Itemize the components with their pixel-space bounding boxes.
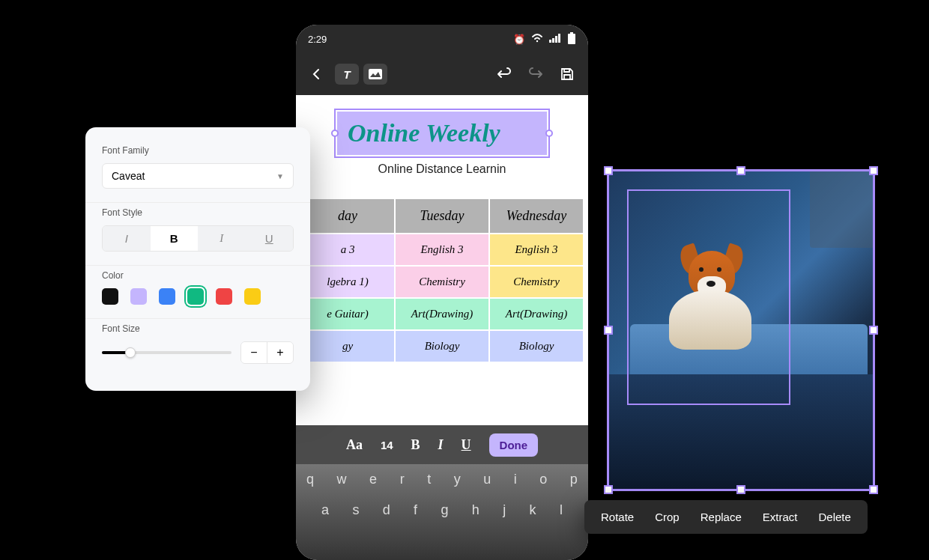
key[interactable]: e — [369, 472, 377, 487]
table-cell[interactable]: e Guitar) — [300, 298, 395, 330]
table-cell[interactable]: gy — [300, 330, 395, 362]
font-size-slider[interactable] — [102, 351, 232, 354]
color-label: Color — [102, 270, 294, 281]
key[interactable]: w — [337, 472, 347, 487]
text-tool-button[interactable]: T — [335, 64, 359, 85]
cropped-image — [609, 171, 873, 489]
image-tool-button[interactable] — [363, 64, 387, 85]
selection-handle-left[interactable] — [331, 130, 339, 137]
table-cell[interactable]: Biology — [489, 330, 584, 362]
font-style-label: Font Style — [102, 207, 294, 218]
table-cell[interactable]: Art(Drawing) — [489, 298, 584, 330]
table-cell[interactable]: Chemistry — [489, 266, 584, 298]
underline-toggle[interactable]: U — [246, 226, 294, 251]
font-picker-button[interactable]: Aa — [346, 437, 363, 453]
color-swatch-red[interactable] — [216, 288, 232, 305]
inner-selection[interactable] — [627, 189, 790, 405]
key[interactable]: u — [483, 472, 491, 487]
done-button[interactable]: Done — [489, 433, 539, 457]
font-family-label: Font Family — [102, 145, 294, 156]
font-family-value: Caveat — [112, 170, 145, 182]
software-keyboard[interactable]: q w e r t y u i o p a s d f g h j k l — [296, 464, 588, 560]
wifi-icon — [531, 34, 543, 45]
crop-handle[interactable] — [604, 166, 613, 175]
image-context-menu: Rotate Crop Replace Extract Delete — [584, 500, 868, 534]
crop-handle[interactable] — [736, 166, 745, 175]
stepper-minus[interactable]: − — [241, 342, 267, 363]
italic-toggle[interactable]: I — [103, 226, 151, 251]
table-cell[interactable]: lgebra 1) — [300, 266, 395, 298]
status-time: 2:29 — [308, 34, 327, 45]
font-family-select[interactable]: Caveat ▼ — [102, 163, 294, 189]
key[interactable]: g — [441, 502, 448, 518]
key[interactable]: y — [454, 472, 461, 487]
crop-action[interactable]: Crop — [655, 511, 680, 523]
key[interactable]: r — [400, 472, 405, 487]
svg-rect-7 — [369, 69, 382, 79]
crop-handle[interactable] — [604, 326, 613, 335]
key[interactable]: p — [570, 472, 578, 487]
key[interactable]: t — [427, 472, 431, 487]
stepper-plus[interactable]: + — [267, 342, 293, 363]
key[interactable]: l — [560, 502, 563, 518]
extract-action[interactable]: Extract — [763, 511, 798, 523]
color-swatch-black[interactable] — [102, 288, 118, 305]
bold-button[interactable]: B — [411, 437, 420, 453]
key[interactable]: j — [503, 502, 506, 518]
crop-handle[interactable] — [736, 485, 745, 494]
text-format-bar: Aa 14 B I U Done — [296, 425, 588, 464]
italic-button[interactable]: I — [438, 437, 444, 453]
crop-handle[interactable] — [869, 485, 878, 494]
key[interactable]: h — [472, 502, 479, 518]
document-canvas[interactable]: Online Weekly Online Distance Learnin da… — [296, 95, 588, 362]
key[interactable]: d — [383, 502, 390, 518]
table-cell[interactable]: Biology — [395, 330, 489, 362]
svg-rect-6 — [568, 34, 575, 44]
color-swatch-blue[interactable] — [159, 288, 175, 305]
key[interactable]: o — [539, 472, 547, 487]
underline-button[interactable]: U — [462, 437, 471, 453]
table-cell[interactable]: Art(Drawing) — [395, 298, 489, 330]
delete-action[interactable]: Delete — [818, 511, 850, 523]
bold-toggle[interactable]: B — [151, 226, 199, 251]
font-size-stepper: − + — [240, 341, 294, 364]
italic-toggle-2[interactable]: I — [198, 226, 246, 251]
crop-handle[interactable] — [869, 326, 878, 335]
save-button[interactable] — [554, 61, 581, 88]
key[interactable]: f — [414, 502, 417, 518]
key[interactable]: k — [530, 502, 536, 518]
table-cell[interactable]: English 3 — [395, 234, 489, 266]
crop-handle[interactable] — [604, 485, 613, 494]
font-size-value[interactable]: 14 — [381, 439, 393, 451]
battery-icon — [567, 32, 576, 46]
document-title[interactable]: Online Weekly — [337, 112, 547, 155]
crop-handle[interactable] — [869, 166, 878, 175]
table-cell[interactable]: a 3 — [300, 234, 395, 266]
svg-rect-2 — [552, 38, 554, 43]
replace-action[interactable]: Replace — [700, 511, 742, 523]
font-size-label: Font Size — [102, 323, 294, 334]
selection-handle-right[interactable] — [545, 130, 553, 137]
table-cell[interactable]: English 3 — [489, 234, 584, 266]
font-style-group: I B I U — [102, 225, 294, 252]
color-swatch-lilac[interactable] — [130, 288, 147, 305]
color-swatch-yellow[interactable] — [244, 288, 261, 305]
keyboard-row: q w e r t y u i o p — [306, 472, 578, 487]
table-cell[interactable]: Chemistry — [395, 266, 489, 298]
rotate-action[interactable]: Rotate — [601, 511, 634, 523]
title-selection-box[interactable]: Online Weekly — [334, 109, 550, 158]
svg-rect-1 — [549, 40, 551, 43]
phone-mockup: 2:29 ⏰ T — [296, 25, 588, 560]
alarm-icon: ⏰ — [513, 34, 525, 45]
key[interactable]: s — [352, 502, 359, 518]
key[interactable]: i — [514, 472, 517, 487]
image-crop-frame[interactable] — [607, 169, 875, 491]
key[interactable]: q — [306, 472, 314, 487]
undo-button[interactable] — [491, 61, 518, 88]
color-swatch-teal[interactable] — [187, 288, 204, 305]
schedule-table: day Tuesday Wednesday a 3 English 3 Engl… — [300, 198, 584, 362]
back-button[interactable] — [303, 61, 330, 88]
redo-button[interactable] — [522, 61, 549, 88]
key[interactable]: a — [321, 502, 329, 518]
slider-thumb[interactable] — [125, 347, 136, 358]
